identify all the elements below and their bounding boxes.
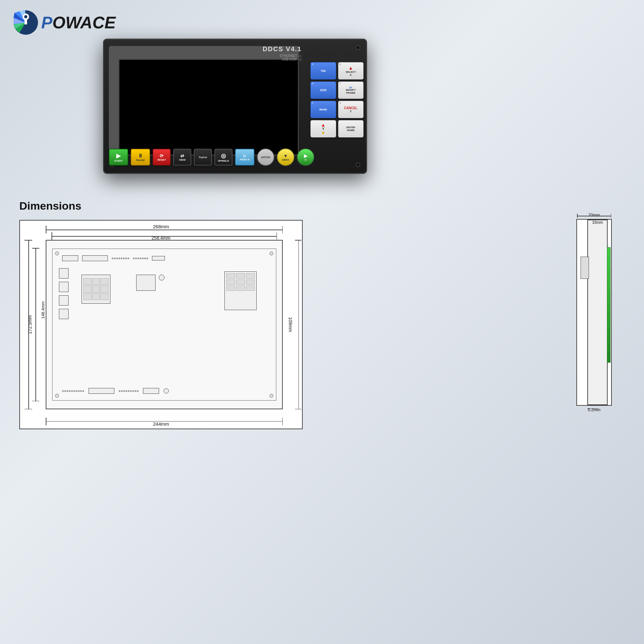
center-dot [159,275,165,280]
screen-bezel [109,46,299,156]
btn-goto0[interactable]: GOTO0 [257,148,274,166]
keypad-right: 8 Tab 9 ▲ SELECT A 6 Shift 7 |A| MODIFY … [310,62,364,137]
key-select-a[interactable]: 9 ▲ SELECT A [338,62,364,80]
inner-border [52,249,276,401]
btn-view[interactable]: ⇄ VIEW [173,149,191,166]
key-shift[interactable]: 6 Shift [310,81,336,99]
dim-line-268 [46,230,283,230]
dim-1484: 148.4mm [41,301,45,319]
btn-x[interactable]: ▶ X [297,148,314,166]
mount-hole-tr [356,45,360,50]
device-container: DDCS V4.1 ETHERNET USB DISK 8 Tab 9 ▲ SE… [103,39,367,174]
logo-rest: OWACE [52,13,116,32]
svg-point-3 [24,15,27,18]
logo-p: P [41,13,52,32]
bottom-button-row: ▶ START ⏸ PAUSE ⟳ RESET ⇄ VIEW TryCut ◎ … [109,148,364,166]
dim-268: 268mm [153,224,169,229]
side-connector [581,257,589,279]
key-mode[interactable]: 5 Mode [310,101,336,118]
dim-244: 244mm [153,421,169,427]
dim-52: 5.2mm [577,407,611,412]
screen-display [118,59,299,156]
svg-rect-2 [24,19,27,24]
green-indicator-bar [607,247,611,362]
dim-109: 109mm [288,317,293,332]
side-body [587,220,608,405]
side-view-diagram: 70mm 33mm 5.2mm [576,219,612,406]
device-body: DDCS V4.1 ETHERNET USB DISK 8 Tab 9 ▲ SE… [103,39,367,174]
center-left-comp [81,275,110,304]
dimensions-title: Dimensions [19,200,303,212]
usb-dot [299,58,302,61]
logo-text: P OWACE [41,13,116,32]
btn-start[interactable]: ▶ START [109,149,128,166]
btn-spindle[interactable]: ◎ SPINDLE [214,149,232,166]
right-connector-array [224,271,257,310]
dimension-diagram: 268mm 258.4mm 172.5mm 148.4mm 244mm 109m… [19,220,303,429]
connector-2 [82,255,108,261]
device-model-label: DDCS V4.1 ETHERNET USB DISK [263,45,302,61]
key-y-axis[interactable]: ▲ Y ▼ [310,120,336,137]
dim-2584: 258.4mm [152,235,170,241]
btn-pause[interactable]: ⏸ PAUSE [131,149,150,166]
center-comp-1 [136,275,156,291]
connector-dots-top2 [133,258,148,259]
dim-1725: 172.5mm [27,315,33,334]
btn-reset[interactable]: ⟳ RESET [153,149,171,166]
device-top-view [46,240,283,409]
dim-70: 70mm [577,213,611,217]
logo-icon [13,10,39,35]
ethernet-label: ETHERNET [280,54,297,58]
usb-label: USB DISK [282,58,297,61]
bottom-connectors [62,388,266,394]
dimensions-section: Dimensions [19,200,303,429]
btn-zero[interactable]: ▼ ZERO [277,148,294,166]
key-tab[interactable]: 8 Tab [310,62,336,80]
btn-page-r[interactable]: ▷ PAGE R [235,149,254,166]
top-connectors [62,255,266,261]
key-modify-probe[interactable]: 7 |A| MODIFY PROBE [338,81,364,99]
connector-3 [152,256,165,260]
left-connectors [59,268,69,319]
logo-area: P OWACE [13,10,116,35]
btn-trycut[interactable]: TryCut [194,149,212,166]
connector-1 [62,255,78,261]
dim-33: 33mm [587,220,608,225]
key-enter-home[interactable]: ENTER HOME [338,120,364,137]
key-cancel-z[interactable]: 2 CANCEL Z [338,101,364,118]
connector-dots-top [112,258,129,259]
ethernet-dot [299,55,302,57]
